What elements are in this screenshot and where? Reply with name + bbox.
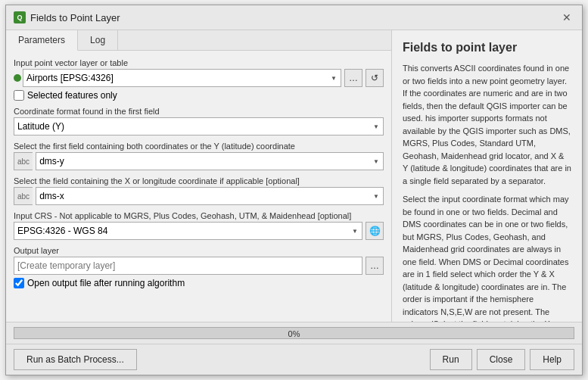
input-layer-refresh-button[interactable]: ↺ [366, 69, 384, 87]
output-layer-row: … [14, 257, 384, 275]
progress-bar-bg: 0% [14, 327, 574, 339]
open-output-checkbox[interactable] [14, 278, 24, 288]
crs-select[interactable]: EPSG:4326 - WGS 84 [14, 222, 362, 240]
coord-format-combo-wrapper: Latitude (Y) [14, 117, 384, 135]
output-layer-section: Output layer … Open output file after ru… [14, 246, 384, 288]
close-window-button[interactable]: ✕ [559, 10, 574, 25]
crs-globe-button[interactable]: 🌐 [366, 222, 384, 240]
crs-row: EPSG:4326 - WGS 84 🌐 [14, 222, 384, 240]
output-browse-button[interactable]: … [366, 257, 384, 275]
input-layer-combo-wrapper: Airports [EPSG:4326] [23, 69, 341, 87]
tab-log[interactable]: Log [78, 30, 118, 50]
first-field-select[interactable]: dms-y [36, 152, 384, 170]
help-button[interactable]: Help [530, 349, 574, 370]
x-field-combo-wrapper: dms-x [36, 187, 384, 205]
x-field-prefix: abc [14, 187, 33, 205]
x-field-section: Select the field containing the X or lon… [14, 176, 384, 205]
selected-features-checkbox[interactable] [14, 90, 24, 101]
input-layer-label: Input point vector layer or table [14, 58, 384, 67]
input-layer-select[interactable]: Airports [EPSG:4326] [23, 69, 341, 87]
input-layer-section: Input point vector layer or table Airpor… [14, 58, 384, 101]
first-field-section: Select the first field containing both c… [14, 142, 384, 170]
dialog-title: Fields to Point Layer [30, 12, 120, 23]
coord-format-label: Coordinate format found in the first fie… [14, 107, 384, 116]
help-paragraph-1: This converts ASCII coordinates found in… [403, 62, 571, 187]
input-layer-row: Airports [EPSG:4326] … ↺ [14, 69, 384, 87]
input-layer-browse-button[interactable]: … [344, 69, 362, 87]
button-bar: Run as Batch Process... Run Close Help [6, 344, 582, 375]
coord-format-select[interactable]: Latitude (Y) [14, 117, 384, 135]
layer-indicator [14, 74, 21, 82]
selected-features-row: Selected features only [14, 90, 384, 101]
x-field-select[interactable]: dms-x [36, 187, 384, 205]
first-field-label: Select the first field containing both c… [14, 142, 384, 151]
bottom-area: 0% Run as Batch Process... Run Close Hel… [6, 322, 582, 375]
selected-features-label: Selected features only [27, 90, 117, 101]
crs-section: Input CRS - Not applicable to MGRS, Plus… [14, 211, 384, 240]
open-output-row: Open output file after running algorithm [14, 278, 384, 288]
first-field-row: abc dms-y [14, 152, 384, 170]
close-button[interactable]: Close [477, 349, 526, 370]
dialog-body: Parameters Log Input point vector layer … [6, 30, 582, 322]
open-output-label: Open output file after running algorithm [27, 278, 185, 288]
x-field-row: abc dms-x [14, 187, 384, 205]
coord-format-section: Coordinate format found in the first fie… [14, 107, 384, 135]
first-field-prefix: abc [14, 152, 33, 170]
left-panel: Parameters Log Input point vector layer … [6, 30, 392, 322]
first-field-combo-wrapper: dms-y [36, 152, 384, 170]
title-bar: Q Fields to Point Layer ✕ [6, 5, 582, 30]
crs-label: Input CRS - Not applicable to MGRS, Plus… [14, 211, 384, 220]
output-layer-input[interactable] [14, 257, 362, 275]
help-paragraph-2: Select the input coordinate format which… [403, 193, 571, 322]
fields-to-point-dialog: Q Fields to Point Layer ✕ Parameters Log… [5, 5, 583, 375]
app-icon: Q [14, 11, 26, 23]
batch-process-button[interactable]: Run as Batch Process... [14, 349, 137, 370]
help-title: Fields to point layer [403, 41, 571, 55]
progress-label: 0% [14, 328, 574, 340]
x-field-label: Select the field containing the X or lon… [14, 176, 384, 185]
title-bar-left: Q Fields to Point Layer [14, 11, 120, 23]
progress-bar-area: 0% [6, 322, 582, 344]
params-area: Input point vector layer or table Airpor… [6, 51, 391, 322]
tab-bar: Parameters Log [6, 30, 391, 51]
output-layer-label: Output layer [14, 246, 384, 255]
crs-combo-wrapper: EPSG:4326 - WGS 84 [14, 222, 362, 240]
tab-parameters[interactable]: Parameters [6, 30, 78, 51]
run-button[interactable]: Run [430, 349, 472, 370]
right-panel: Fields to point layer This converts ASCI… [392, 30, 582, 322]
